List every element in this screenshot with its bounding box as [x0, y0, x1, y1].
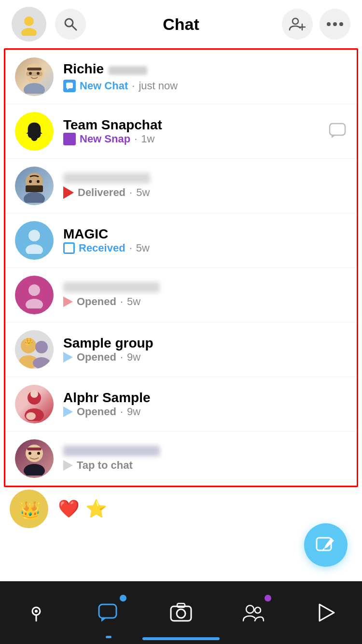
chat-sub-magic: Received · 5w	[63, 242, 347, 254]
nav-item-stories[interactable]	[304, 591, 348, 634]
svg-point-43	[37, 452, 40, 455]
svg-point-31	[35, 341, 48, 353]
chat-item-user3[interactable]: Delivered · 5w	[5, 159, 357, 213]
chat-info-user5: Opened · 5w	[63, 282, 347, 308]
compose-icon	[315, 534, 337, 556]
svg-rect-15	[27, 68, 42, 70]
chat-item-user5[interactable]: Opened · 5w	[5, 268, 357, 322]
svg-marker-56	[320, 604, 334, 621]
status-label-richie: New Chat	[80, 80, 128, 92]
opened-blue-icon-alphr	[63, 406, 73, 417]
status-label-team-snapchat: New Snap	[80, 133, 130, 145]
search-button[interactable]	[55, 9, 86, 40]
pink-silhouette-icon	[21, 281, 48, 308]
chat-sub-user8: Tap to chat	[63, 459, 347, 472]
time-alphr-sample: 9w	[127, 406, 140, 418]
partial-emojis: ❤️ ⭐	[58, 499, 107, 519]
chat-info-team-snapchat: Team Snapchat New Snap · 1w	[63, 117, 347, 145]
avatar-team-snapchat	[15, 112, 54, 151]
bitmoji-last-icon	[17, 442, 51, 476]
header-left	[12, 7, 86, 42]
tap-to-chat-icon	[63, 460, 73, 471]
snapchat-ghost-icon	[22, 119, 46, 143]
nav-item-friends[interactable]	[232, 591, 275, 634]
emoji-heart: ❤️	[58, 499, 80, 519]
chat-item-alphr-sample[interactable]: Alphr Sample Opened · 9w	[5, 377, 357, 432]
status-label-magic: Received	[79, 242, 125, 254]
svg-point-42	[28, 452, 31, 455]
svg-point-1	[21, 28, 37, 36]
avatar-user8	[15, 439, 54, 478]
svg-point-33	[33, 357, 50, 369]
chat-sub-user3: Delivered · 5w	[63, 186, 347, 199]
chat-item-user8[interactable]: Tap to chat	[5, 432, 357, 486]
chat-sub-richie: New Chat · just now	[63, 80, 347, 92]
partial-avatar: 👑	[10, 490, 48, 528]
svg-marker-19	[332, 135, 335, 138]
new-snap-icon	[63, 133, 76, 145]
name-blur-user3	[63, 173, 150, 183]
time-sample-group: 9w	[127, 351, 140, 364]
avatar-richie	[15, 57, 54, 96]
chat-info-alphr-sample: Alphr Sample Opened · 9w	[63, 390, 347, 418]
dot-user5: ·	[120, 295, 123, 308]
svg-point-37	[30, 390, 38, 398]
status-label-user3: Delivered	[78, 186, 125, 199]
svg-rect-12	[26, 71, 42, 76]
page-title: Chat	[163, 15, 199, 34]
user-icon	[17, 13, 41, 36]
svg-point-54	[246, 605, 254, 613]
avatar-magic	[15, 221, 54, 260]
chat-sub-sample-group: Opened · 9w	[63, 351, 347, 364]
received-icon	[63, 242, 75, 254]
svg-point-13	[29, 72, 32, 75]
svg-point-27	[28, 284, 40, 296]
svg-line-3	[72, 26, 76, 30]
emoji-star: ⭐	[85, 499, 107, 519]
dot-alphr-sample: ·	[120, 406, 123, 418]
chat-item-richie[interactable]: Richie New Chat · just now	[5, 50, 357, 104]
dot-team-snapchat: ·	[134, 133, 137, 145]
status-label-user5: Opened	[77, 295, 116, 308]
more-icon	[326, 22, 344, 27]
svg-rect-49	[99, 604, 116, 618]
time-user3: 5w	[136, 186, 150, 199]
nav-item-chat[interactable]	[87, 591, 130, 634]
name-blur-user5	[63, 282, 160, 293]
svg-marker-50	[101, 618, 106, 622]
svg-point-26	[26, 244, 43, 254]
chat-bubble-outline-icon	[328, 121, 347, 140]
chat-item-team-snapchat[interactable]: Team Snapchat New Snap · 1w	[5, 104, 357, 159]
chat-info-richie: Richie New Chat · just now	[63, 61, 347, 92]
chat-icon-right	[328, 121, 347, 142]
time-value-richie: just now	[139, 80, 178, 92]
nav-item-camera[interactable]	[159, 591, 203, 634]
chat-name-magic: MAGIC	[63, 226, 108, 241]
svg-point-9	[339, 22, 343, 26]
active-indicator	[106, 636, 111, 638]
svg-point-52	[177, 609, 185, 618]
chat-nav-icon	[97, 601, 121, 625]
chat-item-magic[interactable]: MAGIC Received · 5w	[5, 213, 357, 268]
chat-item-sample-group[interactable]: 👑 Sample group Opened · 9w	[5, 322, 357, 377]
chat-sub-user5: Opened · 5w	[63, 295, 347, 308]
chat-info-magic: MAGIC Received · 5w	[63, 226, 347, 254]
svg-rect-41	[27, 448, 42, 450]
chat-info-sample-group: Sample group Opened · 9w	[63, 336, 347, 364]
svg-point-38	[26, 412, 36, 420]
crown-icon: 👑	[17, 497, 41, 521]
avatar-user5	[15, 276, 54, 314]
dot-sample-group: ·	[120, 351, 123, 364]
header-right	[282, 9, 350, 40]
self-avatar[interactable]	[12, 7, 46, 42]
new-chat-fab[interactable]	[304, 523, 348, 567]
more-button[interactable]	[320, 9, 350, 40]
map-icon	[24, 601, 48, 625]
status-label-alphr-sample: Opened	[77, 406, 116, 418]
chat-sub-team-snapchat: New Snap · 1w	[63, 133, 347, 145]
name-blur-user8	[63, 446, 160, 456]
add-friend-button[interactable]	[282, 9, 313, 40]
nav-item-map[interactable]	[14, 591, 58, 634]
svg-point-48	[35, 610, 38, 613]
bottom-nav	[0, 581, 362, 644]
